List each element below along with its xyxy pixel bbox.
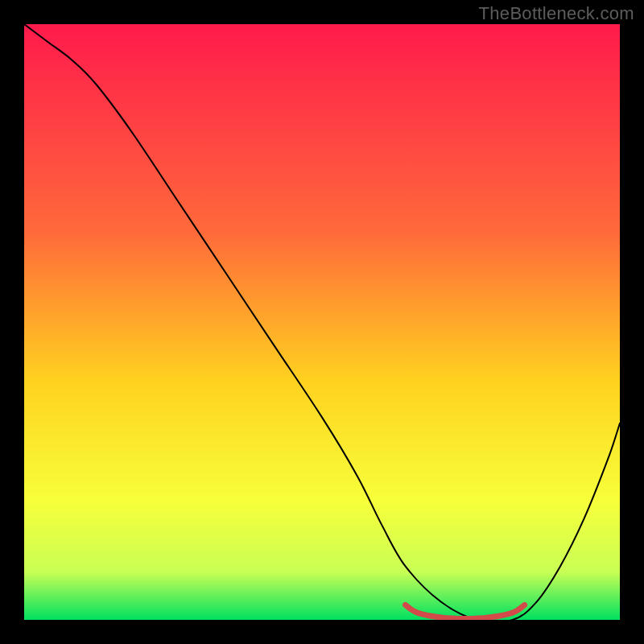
watermark-text: TheBottleneck.com — [479, 3, 634, 24]
chart-svg — [24, 24, 620, 620]
chart-plot-area — [24, 24, 620, 620]
chart-background — [24, 24, 620, 620]
chart-frame: TheBottleneck.com — [0, 0, 644, 644]
